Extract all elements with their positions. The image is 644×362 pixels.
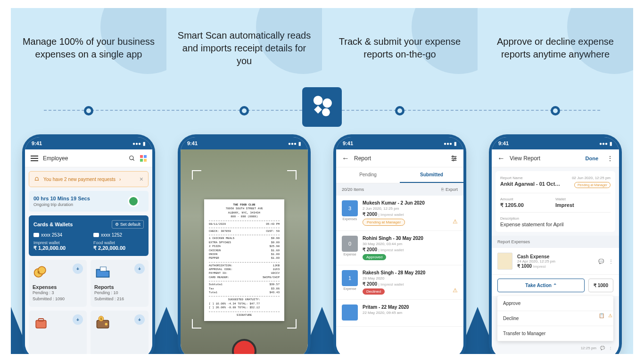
comment-icon[interactable]: 💬 xyxy=(600,346,605,350)
action-dropdown: Approve Decline Transfer to Manager xyxy=(497,296,613,341)
add-button[interactable]: + xyxy=(134,314,145,325)
status-badge: Approved xyxy=(363,254,386,260)
headline-4: Approve or decline expense reports anyti… xyxy=(487,27,624,69)
location-pin-icon xyxy=(128,196,139,207)
screen-title: Report xyxy=(354,155,446,162)
app-logo xyxy=(302,87,342,127)
phone-mockup-3: 9:41●●●▮ ← Report Pending Submitted 20/2… xyxy=(336,137,463,354)
report-row[interactable]: Pritam - 22 May 2020 22 May 2020, 09:45 … xyxy=(336,300,463,327)
folder-icon: 0 xyxy=(342,236,358,252)
done-button[interactable]: Done xyxy=(586,156,599,161)
approve-option[interactable]: Approve xyxy=(497,296,613,311)
more-icon[interactable]: ⋮ xyxy=(609,346,612,350)
phone-mockup-4: 9:41●●●▮ ← View Report Done ⋮ Report Nam… xyxy=(492,137,619,354)
trip-card[interactable]: 00 hrs 10 Mins 19 Secs Ongoing trip dura… xyxy=(29,191,149,212)
svg-rect-8 xyxy=(100,267,107,271)
add-button[interactable]: + xyxy=(134,263,145,274)
amount-input[interactable]: ₹ 1000 xyxy=(588,279,613,292)
reports-tile[interactable]: + Reports Pending : 10Submitted : 216 xyxy=(91,260,149,307)
add-button[interactable]: + xyxy=(73,314,83,325)
svg-point-20 xyxy=(453,159,454,161)
scan-corner xyxy=(192,170,201,180)
svg-point-0 xyxy=(314,96,323,105)
folder-icon xyxy=(94,263,111,280)
svg-text:$: $ xyxy=(100,317,102,321)
scan-corner xyxy=(287,319,297,329)
back-icon[interactable]: ← xyxy=(497,154,505,163)
expenses-tile[interactable]: + ₹ Expenses Pending : 3Submitted : 1090 xyxy=(29,260,87,307)
items-count: 20/20 Items xyxy=(342,187,364,192)
tab-submitted[interactable]: Submitted xyxy=(400,167,463,183)
wallet-icon: $ xyxy=(94,314,111,331)
expense-row[interactable]: Cash Expense 24 Apr 2020, 12:25 pm ₹ 100… xyxy=(492,248,619,275)
svg-point-12 xyxy=(105,323,107,325)
take-action-button[interactable]: Take Action ⌃ xyxy=(497,279,585,292)
svg-line-4 xyxy=(133,159,134,160)
filter-icon[interactable] xyxy=(450,155,458,162)
warning-icon: ⚠ xyxy=(453,287,458,294)
svg-text:₹: ₹ xyxy=(37,271,40,275)
close-icon[interactable]: × xyxy=(140,175,143,183)
back-icon[interactable]: ← xyxy=(342,154,349,163)
receipt-preview: THE FOOD CLUB 78950 SOUTH STREET AVE ALB… xyxy=(204,199,284,321)
screen-title: View Report xyxy=(510,155,581,162)
report-row[interactable]: 3 Expenses Mukesh Kumar - 2 Jun 2020 2 J… xyxy=(336,196,463,231)
report-row[interactable]: 1 Expense Rakesh Singh - 28 May 2020 28 … xyxy=(336,265,463,300)
section-header: Report Expenses xyxy=(492,236,619,248)
headline-2: Smart Scan automatically reads and impor… xyxy=(176,27,313,69)
connector-dot xyxy=(551,106,560,115)
wallet-tile[interactable]: + $ xyxy=(91,311,149,354)
cards-wallets-card: Cards & Wallets ⚙ Set default xxxx 2534 … xyxy=(29,215,149,256)
connector-dot xyxy=(239,106,249,115)
transfer-option[interactable]: Transfer to Manager xyxy=(497,326,613,341)
connector-dot xyxy=(84,106,93,115)
card-icon xyxy=(33,233,39,237)
note-icon[interactable]: 📋 xyxy=(599,313,604,318)
alert-banner[interactable]: You have 2 new payment requests› × xyxy=(29,171,149,187)
scan-corner xyxy=(287,170,297,180)
status-badge: Pending at Manager xyxy=(574,182,611,188)
status-badge: Declined xyxy=(363,288,385,295)
more-icon[interactable]: ⋮ xyxy=(609,259,613,264)
status-time: 9:41 xyxy=(32,140,42,146)
more-icon[interactable]: ⋮ xyxy=(607,155,613,162)
screen-title: Employee xyxy=(43,155,124,162)
report-row[interactable]: 0 Expense Rohini Singh - 30 May 2020 30 … xyxy=(336,231,463,265)
svg-point-19 xyxy=(454,157,456,159)
warning-icon: ⚠ xyxy=(453,218,458,225)
trips-tile[interactable]: + xyxy=(29,311,87,354)
export-button[interactable]: ⎘ Export xyxy=(441,187,458,192)
folder-icon: 3 xyxy=(342,200,358,216)
shutter-button[interactable] xyxy=(232,339,256,354)
status-badge: Pending at Manager xyxy=(363,219,405,226)
tab-pending[interactable]: Pending xyxy=(336,167,400,183)
receipt-thumb xyxy=(497,253,512,270)
add-button[interactable]: + xyxy=(73,263,83,274)
card-icon xyxy=(93,233,99,237)
report-name: Ankit Agarwal - 01 Oct… xyxy=(500,181,560,187)
headline-3: Track & submit your expense reports on-t… xyxy=(331,27,468,69)
suitcase-icon xyxy=(33,314,50,331)
phone-mockup-2: 9:41●●●▮ THE FOOD CLUB 78950 SOUTH STREE… xyxy=(181,137,308,354)
warning-icon: ⚠ xyxy=(608,313,612,318)
svg-point-3 xyxy=(130,156,133,159)
folder-icon xyxy=(342,304,358,321)
svg-point-2 xyxy=(322,108,330,116)
bell-icon xyxy=(34,176,40,182)
set-default-button[interactable]: ⚙ Set default xyxy=(112,220,144,229)
connector-dot xyxy=(395,106,405,115)
search-icon[interactable] xyxy=(129,155,135,162)
decline-option[interactable]: Decline xyxy=(497,311,613,326)
comment-icon[interactable]: 💬 xyxy=(598,259,604,264)
menu-icon[interactable] xyxy=(31,156,38,161)
headline-1: Manage 100% of your business expenses on… xyxy=(20,27,157,69)
folder-icon: 1 xyxy=(342,270,358,286)
coins-icon: ₹ xyxy=(33,263,50,280)
svg-point-18 xyxy=(452,156,454,157)
phone-mockup-1: 9:41●●●▮ Employee You have 2 new payment… xyxy=(25,137,152,354)
svg-point-1 xyxy=(322,99,332,108)
scan-corner xyxy=(192,319,201,329)
grid-icon[interactable] xyxy=(140,155,147,162)
